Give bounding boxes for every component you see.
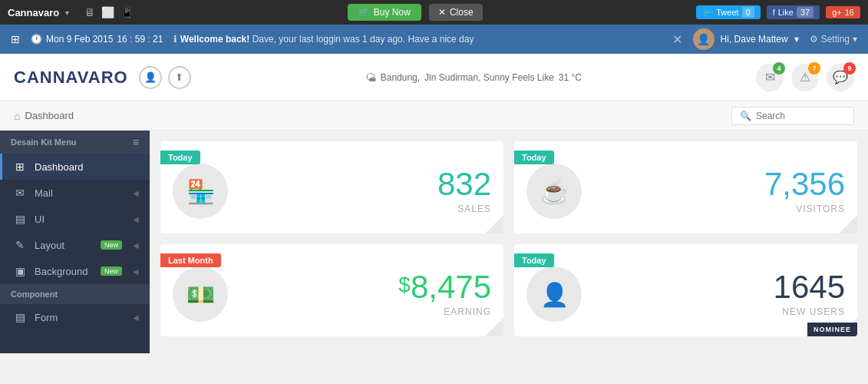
sidebar-item-dashboard[interactable]: ⊞ Dashboard: [0, 154, 150, 180]
settings-button[interactable]: ⚙ Setting ▾: [810, 34, 857, 45]
layout-icon: ✎: [13, 239, 27, 251]
top-bar-social: 🐦 Tweet 0 f Like 37 g+ 16: [696, 5, 860, 19]
mail-arrow-icon: ◀: [133, 189, 139, 197]
header-action-icons: 👤 ⬆: [139, 66, 191, 89]
date-time: 🕐 Mon 9 Feb 2015 16 : 59 : 21: [31, 34, 163, 45]
x-icon: ✕: [438, 7, 446, 18]
desktop-icon[interactable]: 🖥: [84, 6, 95, 18]
breadcrumb: ⌂ Dashboard: [14, 110, 74, 122]
header-left: CANNAVARO 👤 ⬆: [14, 66, 191, 89]
new-users-label: New Users: [774, 306, 845, 317]
top-bar: Cannavaro ▾ 🖥 ⬜ 📱 🛒 Buy Now ✕ Close 🐦 Tw…: [0, 0, 868, 25]
sidebar-item-layout[interactable]: ✎ Layout New ◀: [0, 232, 150, 258]
component-section-label: Component: [0, 284, 150, 304]
earning-label: Earning: [398, 306, 491, 317]
visitors-badge: Today: [514, 151, 554, 164]
clock-icon: 🕐: [31, 34, 42, 45]
notif-bar-right: ✕ 👤 Hi, Dave Mattew ▾ ⚙ Setting ▾: [672, 28, 857, 50]
sidebar-section-label: Desain Kit Menu ≡: [0, 131, 150, 154]
sales-icon-wrap: 🏪: [173, 164, 228, 219]
visitors-card: Today ☕ 7,356 Visitors: [514, 141, 857, 233]
search-icon: 🔍: [740, 111, 751, 121]
form-arrow-icon: ◀: [133, 313, 139, 322]
card-corner-decoration: [485, 215, 503, 233]
notification-bar: ⊞ 🕐 Mon 9 Feb 2015 16 : 59 : 21 ℹ Wellco…: [0, 25, 868, 54]
gplus-icon: g+: [832, 8, 842, 17]
ui-icon: ▤: [13, 213, 27, 225]
device-icons: 🖥 ⬜ 📱: [84, 6, 134, 18]
logo: CANNAVARO: [14, 68, 128, 88]
like-button[interactable]: f Like 37: [767, 5, 820, 19]
visitors-icon-wrap: ☕: [526, 164, 582, 219]
top-bar-center-actions: 🛒 Buy Now ✕ Close: [348, 4, 483, 21]
earning-icon-wrap: 💵: [173, 266, 228, 322]
sidebar: Desain Kit Menu ≡ ⊞ Dashboard ✉ Mail ◀ ▤…: [0, 131, 150, 353]
visitors-icon: ☕: [540, 178, 569, 205]
user-dropdown-arrow: ▾: [794, 34, 799, 45]
settings-arrow: ▾: [853, 34, 857, 45]
notif-bar-left: ⊞ 🕐 Mon 9 Feb 2015 16 : 59 : 21 ℹ Wellco…: [11, 33, 474, 45]
visitors-card-corner: [839, 215, 857, 233]
sidebar-item-ui[interactable]: ▤ UI ◀: [0, 206, 150, 232]
earning-data: $8,475 Earning: [398, 271, 491, 317]
form-icon: ▤: [13, 311, 27, 323]
buy-now-button[interactable]: 🛒 Buy Now: [348, 4, 421, 21]
sales-label: SALES: [437, 204, 491, 214]
dollar-sign: $: [398, 273, 411, 296]
new-users-icon-wrap: 👤: [526, 266, 582, 322]
dashboard-icon: ⊞: [13, 161, 27, 173]
visitors-label: Visitors: [764, 204, 845, 214]
cards-grid: Today 🏪 832 SALES Today ☕ 7,356 Visit: [160, 141, 857, 336]
header-notifications: ✉ 4 ⚠ 7 💬 9: [756, 64, 854, 91]
earning-card: Last Month 💵 $8,475 Earning: [160, 244, 503, 336]
main-content: Today 🏪 832 SALES Today ☕ 7,356 Visit: [150, 131, 868, 353]
background-arrow-icon: ◀: [133, 267, 139, 276]
info-icon: ℹ: [173, 34, 177, 45]
settings-icon: ⚙: [810, 34, 818, 45]
close-button[interactable]: ✕ Close: [429, 4, 483, 21]
facebook-icon: f: [773, 8, 775, 17]
sidebar-item-form[interactable]: ▤ Form ◀: [0, 304, 150, 330]
main-layout: Desain Kit Menu ≡ ⊞ Dashboard ✉ Mail ◀ ▤…: [0, 131, 868, 353]
layout-arrow-icon: ◀: [133, 241, 139, 250]
tablet-icon[interactable]: ⬜: [101, 6, 114, 18]
sales-icon: 🏪: [186, 178, 215, 205]
gplus-button[interactable]: g+ 16: [826, 6, 860, 18]
sales-card: Today 🏪 832 SALES: [160, 141, 503, 233]
sidebar-item-mail[interactable]: ✉ Mail ◀: [0, 180, 150, 206]
search-box[interactable]: 🔍: [731, 107, 854, 125]
sales-badge: Today: [160, 151, 200, 164]
tweet-button[interactable]: 🐦 Tweet 0: [696, 5, 760, 19]
message-notification-button[interactable]: 💬 9: [827, 64, 854, 91]
new-users-number: 1645: [774, 271, 845, 303]
weather-icon: 🌤: [365, 71, 376, 84]
ui-arrow-icon: ◀: [133, 215, 139, 223]
search-input[interactable]: [756, 111, 840, 121]
breadcrumb-bar: ⌂ Dashboard 🔍: [0, 101, 868, 131]
background-icon: ▣: [13, 265, 27, 277]
mobile-icon[interactable]: 📱: [120, 6, 134, 18]
earning-icon: 💵: [186, 281, 215, 308]
hamburger-icon[interactable]: ≡: [133, 136, 139, 148]
mail-notification-button[interactable]: ✉ 4: [756, 64, 784, 91]
sales-number: 832: [437, 168, 491, 200]
new-users-icon: 👤: [540, 281, 569, 308]
welcome-message: ℹ Wellcome back! Dave, your last loggin …: [173, 34, 474, 45]
visitors-data: 7,356 Visitors: [764, 168, 845, 214]
earning-card-corner: [485, 318, 503, 336]
layout-new-badge: New: [101, 240, 122, 250]
alert-notification-button[interactable]: ⚠ 7: [791, 64, 819, 91]
user-menu[interactable]: 👤 Hi, Dave Mattew ▾: [693, 28, 799, 50]
twitter-icon: 🐦: [702, 8, 713, 18]
app-dropdown-arrow[interactable]: ▾: [65, 8, 69, 17]
new-users-data: 1645 New Users: [774, 271, 845, 317]
header-weather: 🌤 Bandung, Jln Sudirman, Sunny Feels Lik…: [365, 71, 582, 84]
mail-icon: ✉: [13, 187, 27, 199]
user-profile-button[interactable]: 👤: [139, 66, 162, 89]
earning-number: $8,475: [398, 271, 491, 303]
upload-button[interactable]: ⬆: [168, 66, 191, 89]
notif-close-button[interactable]: ✕: [672, 32, 682, 47]
new-users-card: Today 👤 1645 New Users NOMINEE: [514, 244, 857, 336]
header: CANNAVARO 👤 ⬆ 🌤 Bandung, Jln Sudirman, S…: [0, 54, 868, 101]
sidebar-item-background[interactable]: ▣ Background New ◀: [0, 258, 150, 284]
